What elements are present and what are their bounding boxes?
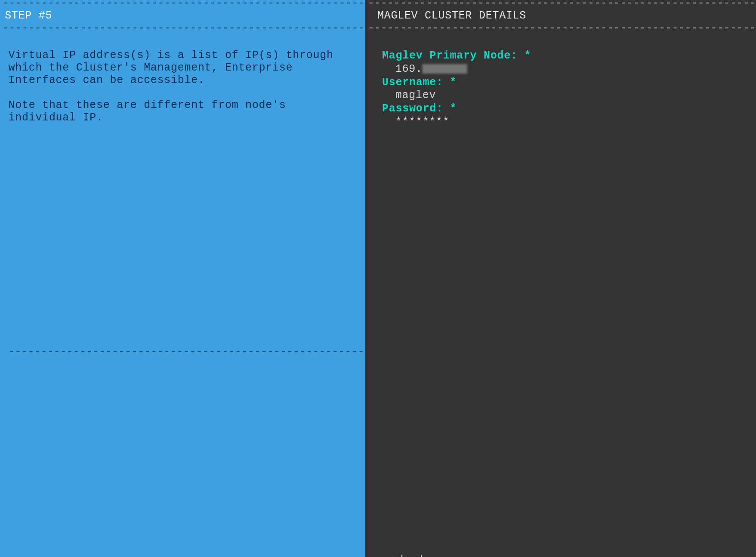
title-underline-dashes-right: ----------------------------------------… xyxy=(365,25,756,31)
step-description: Virtual IP address(s) is a list of IP(s)… xyxy=(0,31,365,136)
left-section-divider: ----------------------------------------… xyxy=(0,346,365,358)
cluster-details-form: Maglev Primary Node: * 169. Username: * … xyxy=(365,31,756,128)
footer-nav: << back < cancel > next >> xyxy=(365,552,756,557)
back-button[interactable]: << back xyxy=(381,554,426,557)
primary-node-ip-prefix: 169. xyxy=(395,63,423,75)
left-info-panel: ----------------------------------------… xyxy=(0,0,365,557)
step-title: STEP #5 xyxy=(0,6,365,25)
primary-node-label: Maglev Primary Node: * xyxy=(382,49,756,62)
username-value[interactable]: maglev xyxy=(382,89,756,102)
primary-node-value[interactable]: 169. xyxy=(382,62,756,76)
username-label: Username: * xyxy=(382,75,756,89)
right-form-panel: ----------------------------------------… xyxy=(365,0,756,557)
top-border-dashes-left: ----------------------------------------… xyxy=(0,0,365,6)
description-paragraph-1: Virtual IP address(s) is a list of IP(s)… xyxy=(8,49,357,87)
form-title: MAGLEV CLUSTER DETAILS xyxy=(365,6,756,25)
password-value[interactable]: ******** xyxy=(382,115,756,128)
password-label: Password: * xyxy=(382,102,756,115)
primary-node-ip-obscured xyxy=(423,64,467,74)
description-paragraph-2: Note that these are different from node'… xyxy=(8,99,357,124)
top-border-dashes-right: ----------------------------------------… xyxy=(365,0,756,6)
title-underline-dashes-left: ----------------------------------------… xyxy=(0,25,365,31)
